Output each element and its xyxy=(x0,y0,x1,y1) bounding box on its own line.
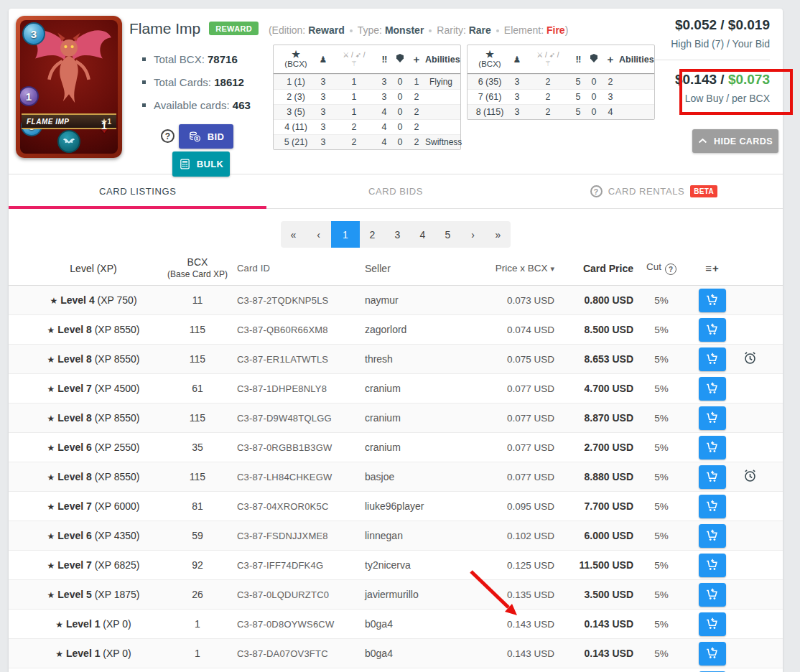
card-art-frame: 3 1 3 ❤ 1 FLAME IMP ★1 xyxy=(20,20,118,154)
cut-cell: 5% xyxy=(633,472,689,482)
stats-table-header: ★(BCX) ♟ ⚔ / ➶ /⚚ ‼ + Abilities xyxy=(274,45,460,74)
speed-icon: ‼ xyxy=(376,54,392,65)
page-button[interactable]: 1 xyxy=(331,221,360,248)
buy-button[interactable] xyxy=(699,436,726,459)
stats-row: 5 (21)32 402 Swiftness xyxy=(274,134,460,149)
listing-row: ★Level 6 (XP 2550) 35 C3-87-0RGBB1B3GW c… xyxy=(9,433,783,462)
page-button[interactable]: » xyxy=(485,221,511,248)
card-price-cell: 8.880 USD xyxy=(554,471,633,482)
separator-dot xyxy=(496,29,499,32)
seller-cell[interactable]: naymur xyxy=(365,294,488,306)
card-price-cell: 7.700 USD xyxy=(554,500,633,512)
seller-cell[interactable]: basjoe xyxy=(365,471,488,482)
card-id-cell: C3-87-1DHPE8NLY8 xyxy=(237,383,365,394)
listing-row: ★Level 7 (XP 4500) 61 C3-87-1DHPE8NLY8 c… xyxy=(9,374,783,403)
col-price-sort[interactable]: Price x BCX▾ xyxy=(488,263,554,274)
page-button[interactable]: 4 xyxy=(410,221,435,248)
col-card-price: Card Price xyxy=(554,263,633,274)
bcx-cell: 115 xyxy=(158,412,237,424)
hide-cards-button[interactable]: HIDE CARDS xyxy=(692,129,778,153)
buy-button[interactable] xyxy=(699,377,726,401)
buy-button[interactable] xyxy=(699,406,726,430)
buy-button[interactable] xyxy=(699,524,726,548)
cut-cell: 5% xyxy=(633,531,689,541)
cut-help-icon[interactable]: ? xyxy=(665,263,676,275)
seller-cell[interactable]: cranium xyxy=(365,442,488,453)
seller-cell[interactable]: thresh xyxy=(365,353,488,365)
rentals-help-icon[interactable]: ? xyxy=(590,185,603,197)
card-price-cell: 0.143 USD xyxy=(554,648,633,659)
list-add-icon[interactable]: ≡+ xyxy=(689,262,735,274)
card-id-cell: C3-87-QB60R66XM8 xyxy=(237,325,365,335)
buy-button[interactable] xyxy=(699,289,726,312)
buy-button[interactable] xyxy=(699,318,726,342)
listing-row: ★Level 1 (XP 0) 1 C3-87-0D8OYWS6CW b0ga4… xyxy=(9,610,783,639)
per-bcx-value: $0.073 xyxy=(728,72,770,87)
bid-button[interactable]: $ BID xyxy=(179,124,233,149)
cut-cell: 5% xyxy=(633,619,689,630)
buy-button[interactable] xyxy=(699,347,726,371)
high-bid-value: $0.052 / $0.019 xyxy=(612,17,770,33)
card-id-cell: C3-87-0LQDURZTC0 xyxy=(237,589,365,600)
stats-row: 3 (5)31 402 xyxy=(274,104,460,119)
seller-cell[interactable]: b0ga4 xyxy=(365,618,488,630)
buy-button[interactable] xyxy=(699,465,726,489)
card-price-cell: 8.500 USD xyxy=(554,324,633,335)
listing-row: ★Level 8 (XP 8550) 115 C3-87-D9W48TQLGG … xyxy=(9,403,783,433)
price-per-bcx-cell: 0.077 USD xyxy=(488,383,554,394)
expiring-clock-icon xyxy=(743,355,758,368)
listing-row: ★Level 8 (XP 8550) 115 C3-87-LH84CHKEGW … xyxy=(9,462,783,492)
price-per-bcx-cell: 0.077 USD xyxy=(488,442,554,453)
seller-cell[interactable]: cranium xyxy=(365,383,488,394)
page-button[interactable]: 5 xyxy=(435,221,460,248)
seller-cell[interactable]: cranium xyxy=(365,412,488,424)
main-panel: 3 1 3 ❤ 1 FLAME IMP ★1 Flame ImpREWARD(E… xyxy=(9,9,783,672)
armor-icon xyxy=(590,54,597,62)
seller-cell[interactable]: linnegan xyxy=(365,530,488,541)
cart-plus-icon xyxy=(705,293,720,307)
bid-help-icon[interactable]: ? xyxy=(161,129,175,143)
seller-cell[interactable]: zagorlord xyxy=(365,324,488,335)
level-cell: ★Level 1 (XP 0) xyxy=(29,618,158,630)
tab[interactable]: ? CARD BIDS xyxy=(266,174,524,208)
buy-button[interactable] xyxy=(699,612,726,636)
cart-plus-icon xyxy=(705,558,720,572)
buy-button[interactable] xyxy=(699,495,726,518)
buy-button[interactable] xyxy=(699,554,726,577)
card-price-cell: 8.653 USD xyxy=(554,353,633,365)
divider xyxy=(655,60,770,60)
cart-plus-icon xyxy=(705,440,720,454)
pricing-panel: $0.052 / $0.019 High Bid (7) / Your Bid … xyxy=(612,17,770,104)
page-button[interactable]: ‹ xyxy=(306,221,331,248)
tab[interactable]: ? CARD LISTINGS xyxy=(9,174,266,208)
seller-cell[interactable]: b0ga4 xyxy=(365,648,488,659)
edition-badge: REWARD xyxy=(209,22,259,35)
page-button[interactable]: « xyxy=(281,221,306,248)
card-id-cell: C3-87-FSDNJJXME8 xyxy=(237,531,365,541)
card-price-cell: 0.800 USD xyxy=(554,294,633,306)
armor-icon xyxy=(396,54,404,62)
seller-cell[interactable]: liuke96player xyxy=(365,500,488,512)
mana-icon: ♟ xyxy=(508,55,526,65)
star-icon: ★ xyxy=(47,590,55,600)
price-per-bcx-cell: 0.135 USD xyxy=(488,589,554,600)
page-button[interactable]: 3 xyxy=(385,221,410,248)
expiring-clock-icon xyxy=(743,473,758,485)
cart-plus-icon xyxy=(705,381,720,396)
price-per-bcx-cell: 0.125 USD xyxy=(488,560,554,571)
chevron-up-icon xyxy=(698,138,707,144)
stats-row: 4 (11)32 402 xyxy=(274,119,460,134)
page-button[interactable]: › xyxy=(460,221,485,248)
price-per-bcx-cell: 0.075 USD xyxy=(488,354,554,365)
buy-button[interactable] xyxy=(699,642,726,666)
cart-plus-icon xyxy=(705,587,720,602)
buy-button[interactable] xyxy=(699,583,726,607)
bulk-button[interactable]: BULK xyxy=(172,151,230,177)
tab[interactable]: ? CARD RENTALS BETA xyxy=(525,174,783,208)
seller-cell[interactable]: ty2nicerva xyxy=(365,559,488,571)
star-icon: ★ xyxy=(47,531,55,541)
seller-cell[interactable]: javiermurillo xyxy=(365,589,488,600)
bullet-square xyxy=(142,57,146,61)
card-stats-list: Total BCX: 78716 Total Cards: 18612 Avai… xyxy=(142,53,251,122)
page-button[interactable]: 2 xyxy=(360,221,385,248)
